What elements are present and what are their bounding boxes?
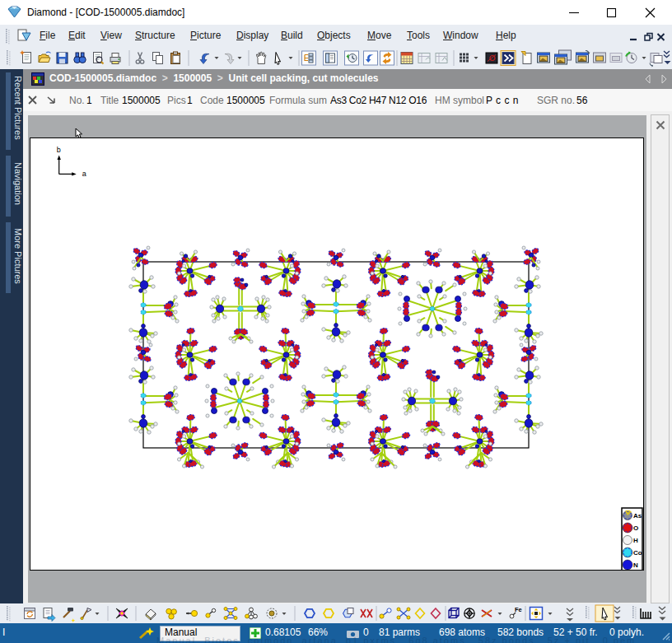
svg-text:O: O [633,524,638,532]
svg-text:As: As [633,512,642,520]
svg-text:Fe: Fe [515,606,522,613]
svg-text:a: a [82,170,86,178]
svg-text:H: H [633,537,638,544]
svg-text:b: b [57,146,61,154]
svg-text:N: N [633,561,638,569]
svg-text:Co: Co [633,549,642,557]
